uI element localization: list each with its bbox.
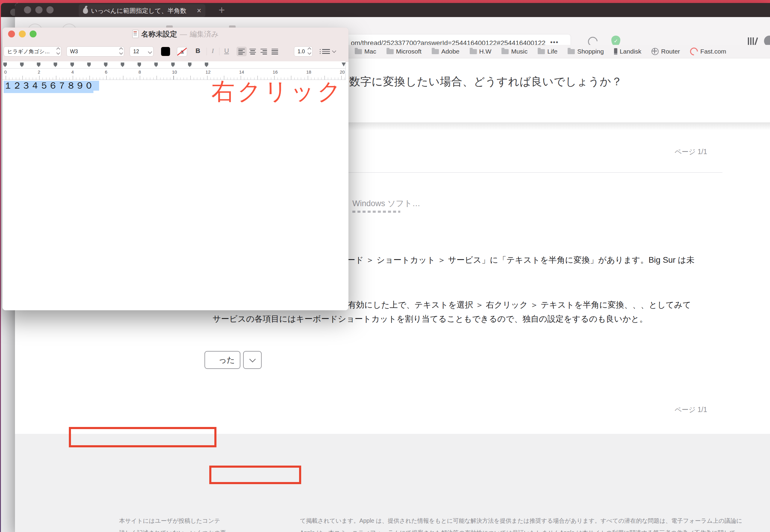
tab-stop-marker[interactable] [37,63,40,67]
protection-shield-icon[interactable]: ✓ [611,36,620,45]
new-tab-button[interactable]: + [218,4,225,16]
ruler-number: 4 [71,69,74,75]
helpful-button[interactable]: った [204,351,240,369]
helpful-dropdown-button[interactable] [243,351,262,369]
font-weight-select[interactable]: W3 [66,46,124,57]
tab-stop-marker[interactable] [70,63,74,67]
answer-text-line: サービスの各項目にはキーボードショートカットを割り当てることもできるので、独自の… [212,314,648,324]
align-right-button[interactable] [259,47,269,56]
bookmark-folder-life[interactable]: Life [538,48,558,55]
text-color-well[interactable] [161,47,170,56]
page-footer: 本サイトにはユーザが投稿したコンテ て掲載されています。Apple は、提供され… [15,434,770,532]
bookmark-router[interactable]: Router [651,48,680,55]
line-spacing-stepper[interactable]: 1.0 [294,46,312,57]
bookmark-folder-mac[interactable]: Mac [355,48,376,55]
text-color-button[interactable]: a [177,47,187,57]
browser-tab[interactable]: いっぺんに範囲指定して、半角数 × [79,4,205,17]
bookmark-folder-music[interactable]: Music [502,48,528,55]
selected-text[interactable]: １２３４５６７８９０ [4,81,99,91]
apple-favicon-icon [83,8,88,14]
answer-text-line: 有効にした上で、テキストを選択 ＞ 右クリック ＞ テキストを半角に変換、、、と… [348,300,691,310]
tab-stop-marker[interactable] [154,63,158,67]
ruler-number: 16 [273,69,278,75]
ruler-number: 10 [172,69,177,75]
ruler-number: 18 [306,69,311,75]
tab-stop-marker[interactable] [171,63,175,67]
page-actions-icon[interactable]: ••• [550,39,559,45]
window-title-group: 名称未設定 — 編集済み [2,28,348,40]
stepper-icon [57,48,60,54]
stepper-icon [308,48,311,54]
bookmark-fastcom[interactable]: Fast.com [690,48,726,55]
tab-title: いっぺんに範囲指定して、半角数 [91,7,194,15]
url-text[interactable]: om/thread/252337700?answerId=25441640012… [351,39,546,45]
account-icon[interactable] [764,36,770,45]
tab-stop-marker[interactable] [3,63,7,67]
document-title: 名称未設定 [141,29,177,39]
ruler-number: 2 [38,69,40,75]
pagination-label: ページ 1/1 [659,405,707,414]
tab-close-icon[interactable]: × [197,7,201,14]
alignment-group [236,47,280,56]
bookmark-folder-adobe[interactable]: Adobe [432,48,460,55]
bookmark-folder-microsoft[interactable]: Microsoft [387,48,422,55]
tab-stop-marker[interactable] [20,63,24,67]
folder-icon [387,49,394,54]
title-separator: — [180,30,187,38]
divider [219,48,219,55]
tab-stop-marker[interactable] [188,63,192,67]
list-style-button[interactable] [322,46,335,57]
divider [206,48,207,55]
chevron-down-icon [249,356,255,362]
chevron-down-icon [332,49,336,53]
bold-button[interactable]: B [195,47,200,55]
pagination-label: ページ 1/1 [659,147,707,156]
ruler-number: 20 [340,69,345,75]
browser-close-button[interactable] [24,6,31,13]
library-icon[interactable] [748,37,759,45]
answer-author[interactable]: Windows ソフト… [352,198,420,209]
underline-button[interactable]: U [224,47,229,55]
bookmark-folder-shopping[interactable]: Shopping [568,48,604,55]
tab-stop-marker[interactable] [87,63,91,67]
italic-button[interactable]: I [212,47,214,55]
legal-text: 本サイトにはユーザが投稿したコンテ [119,517,220,525]
bookmark-landisk[interactable]: Landisk [614,48,641,55]
bookmark-folder-hw[interactable]: H.W [470,48,492,55]
refresh-icon[interactable] [586,35,599,45]
document-icon [132,30,139,38]
chevron-down-icon [148,50,152,54]
globe-icon [651,48,659,55]
textedit-titlebar[interactable]: 名称未設定 — 編集済み [2,28,348,41]
folder-icon [502,49,509,54]
ruler-number: 6 [105,69,107,75]
tab-stop-marker[interactable] [137,63,141,67]
question-title: 数字に変換したい場合、どうすれば良いでしょうか？ [349,74,622,89]
align-left-button[interactable] [236,47,247,56]
align-center-button[interactable] [247,47,258,56]
ruler-number: 0 [4,69,7,75]
browser-tab-bar: いっぺんに範囲指定して、半角数 × + [15,3,770,17]
tab-stop-marker[interactable] [54,63,57,67]
browser-minimize-button[interactable] [35,6,42,13]
tab-stop-marker[interactable] [205,63,208,67]
browser-zoom-button[interactable] [46,6,54,13]
align-justify-button[interactable] [270,47,280,56]
ruler-number: 12 [206,69,211,75]
legal-text: 詳しく記述されていない、いくつかの要 [119,529,226,532]
font-family-select[interactable]: ヒラギノ角ゴシ… [4,46,61,57]
textedit-document[interactable]: １２３４５６７８９０ [2,80,348,310]
folder-icon [568,49,575,54]
tab-stop-marker[interactable] [104,63,107,67]
divider [345,61,346,80]
tab-stop-marker[interactable] [121,63,124,67]
ruler-tab-stops[interactable] [2,61,345,69]
edited-status: 編集済み [190,29,219,39]
ruler-number: 14 [239,69,244,75]
screenshot-stage: いっぺんに範囲指定して、半角数 × + om/thread/252337700?… [0,0,770,532]
bullet-list-icon [322,49,330,54]
disk-icon [614,48,617,55]
textedit-window: 名称未設定 — 編集済み ヒラギノ角ゴシ… W3 12 a B I [2,28,348,310]
font-size-select[interactable]: 12 [130,46,154,57]
author-underline [352,211,400,213]
